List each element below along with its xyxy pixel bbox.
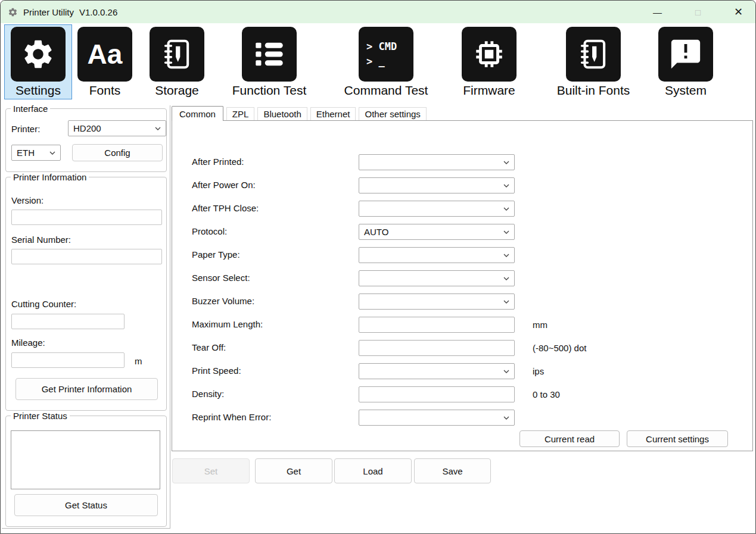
toolbar-label-fonts: Fonts [89,83,121,98]
chevron-down-icon [503,416,509,420]
interface-group: Interface Printer: HD200 ETH Config [5,108,167,172]
common-tab-panel: After Printed: After Power On: After TPH… [172,120,753,451]
tab-common[interactable]: Common [172,106,223,121]
minimize-icon: — [653,7,662,17]
toolbar-item-storage[interactable]: Storage [144,24,210,99]
printer-information-group: Printer Information Version: Serial Numb… [5,177,167,411]
serial-number-label: Serial Number: [11,235,71,245]
toolbar-item-command-test[interactable]: > CMD > _ Command Test [332,24,440,99]
current-read-button[interactable]: Current read [519,430,620,447]
tab-other-settings[interactable]: Other settings [359,107,426,120]
mileage-unit: m [135,356,142,366]
after-printed-select[interactable] [359,154,515,170]
paper-type-label: Paper Type: [192,249,240,260]
toolbar-label-command-test: Command Test [344,83,428,98]
printer-status-group-title: Printer Status [11,411,70,421]
buzzer-volume-label: Buzzer Volume: [192,296,254,306]
get-button[interactable]: Get [255,458,332,483]
reprint-when-error-label: Reprint When Error: [192,412,271,422]
close-button[interactable]: ✕ [725,1,752,23]
tear-off-input[interactable] [359,340,515,356]
app-title: Printer Utility [23,7,74,17]
print-speed-label: Print Speed: [192,366,241,376]
app-version: V1.0.0.26 [79,7,117,17]
close-icon: ✕ [734,5,743,18]
mileage-field[interactable] [11,352,125,368]
sensor-select-select[interactable] [359,270,515,286]
set-button[interactable]: Set [172,458,250,483]
print-speed-select[interactable] [359,363,515,379]
chevron-down-icon [503,277,509,280]
window-controls: — □ ✕ [644,1,752,23]
protocol-label: Protocol: [192,226,227,236]
chip-icon [462,27,517,82]
toolbar-item-settings[interactable]: Settings [4,24,72,99]
after-tph-close-select[interactable] [359,201,515,217]
after-printed-label: After Printed: [192,157,244,167]
gear-icon [11,27,66,82]
toolbar-label-built-in-fonts: Built-in Fonts [557,83,630,98]
fonts-icon-text: Aa [88,40,123,68]
chevron-down-icon [503,230,509,234]
get-printer-information-button[interactable]: Get Printer Information [15,378,158,400]
app-gear-icon [8,7,18,17]
density-unit: 0 to 30 [533,389,560,399]
interface-group-title: Interface [11,104,50,114]
tab-bluetooth[interactable]: Bluetooth [257,107,307,120]
terminal-icon: > CMD > _ [359,27,413,82]
config-button[interactable]: Config [72,144,163,161]
maximum-length-unit: mm [533,320,547,330]
density-input[interactable] [359,386,515,402]
maximize-icon: □ [695,7,701,17]
maximum-length-input[interactable] [359,317,515,333]
toolbar-label-function-test: Function Test [232,83,307,98]
after-power-on-label: After Power On: [192,180,256,190]
main-toolbar: Settings Aa Fonts Storage [1,23,755,105]
buzzer-volume-select[interactable] [359,293,515,310]
toolbar-item-fonts[interactable]: Aa Fonts [75,24,135,99]
minimize-button[interactable]: — [644,1,671,23]
maximum-length-label: Maximum Length: [192,319,263,329]
printer-model-select[interactable]: HD200 [68,120,166,136]
get-status-button[interactable]: Get Status [14,494,158,516]
after-power-on-select[interactable] [359,177,515,193]
toolbar-item-system[interactable]: System [654,24,717,99]
chevron-down-icon [503,161,509,164]
chevron-down-icon [503,254,509,257]
cutting-counter-label: Cutting Counter: [11,299,76,309]
reprint-when-error-select[interactable] [359,410,515,426]
cutting-counter-field[interactable] [11,314,125,329]
protocol-value: AUTO [364,227,388,237]
toolbar-item-function-test[interactable]: Function Test [222,24,316,99]
toolbar-item-built-in-fonts[interactable]: Built-in Fonts [544,24,643,99]
fonts-icon: Aa [77,27,132,82]
mileage-label: Mileage: [11,338,45,348]
protocol-select[interactable]: AUTO [359,224,515,240]
interface-type-select[interactable]: ETH [11,145,61,161]
load-button[interactable]: Load [334,458,412,483]
terminal-icon-text: > CMD > _ [359,39,413,68]
tear-off-label: Tear Off: [192,342,226,352]
tab-ethernet[interactable]: Ethernet [310,107,356,120]
print-speed-unit: ips [533,366,544,376]
version-label: Version: [11,195,43,205]
maximize-button[interactable]: □ [685,1,711,23]
tab-zpl[interactable]: ZPL [226,107,255,120]
title-bar: Printer Utility V1.0.0.26 — □ ✕ [1,1,755,23]
save-button[interactable]: Save [414,458,491,483]
serial-number-field[interactable] [11,249,162,264]
chevron-down-icon [503,370,509,373]
version-field[interactable] [11,210,162,225]
printer-label: Printer: [11,124,40,134]
toolbar-label-settings: Settings [15,83,61,98]
paper-type-select[interactable] [359,247,515,263]
toolbar-item-firmware[interactable]: Firmware [455,24,523,99]
toolbar-label-firmware: Firmware [463,83,515,98]
printer-status-textarea[interactable] [11,430,160,489]
list-icon [242,27,297,82]
current-settings-button[interactable]: Current settings [627,430,728,447]
printer-model-value: HD200 [73,123,101,133]
chevron-down-icon [503,184,509,188]
toolbar-label-system: System [665,83,707,98]
chevron-down-icon [155,127,161,130]
